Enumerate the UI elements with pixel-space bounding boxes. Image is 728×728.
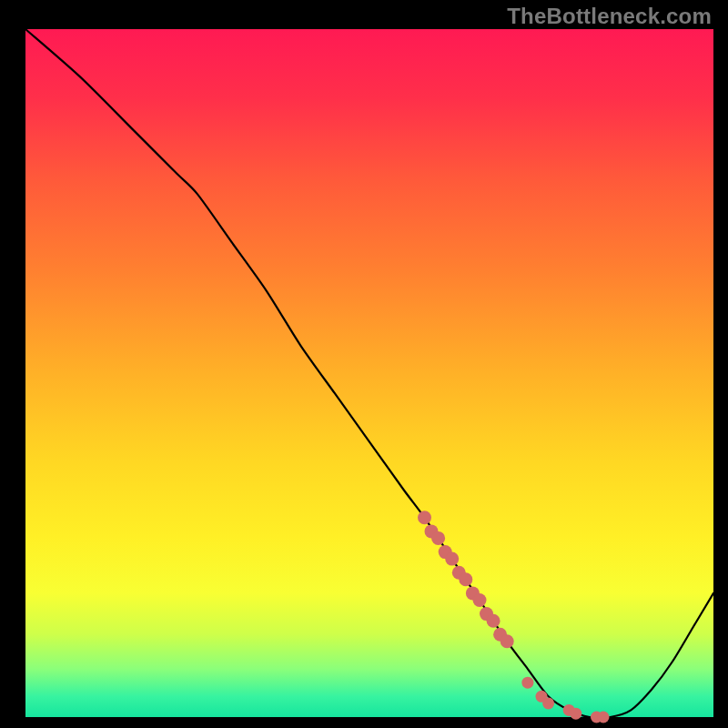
bottleneck-chart [0,0,728,728]
highlight-dot [542,697,554,709]
highlight-dot [521,677,533,689]
highlight-dot [570,708,581,720]
plot-background [25,29,713,717]
highlight-dot [431,531,445,545]
highlight-dot [445,552,459,566]
highlight-dot [500,634,514,648]
highlight-dot [487,614,500,628]
highlight-dot [598,712,610,723]
highlight-dot [459,572,472,586]
highlight-dot [418,511,431,524]
chart-frame: TheBottleneck.com [0,0,728,728]
highlight-dot [473,593,487,607]
